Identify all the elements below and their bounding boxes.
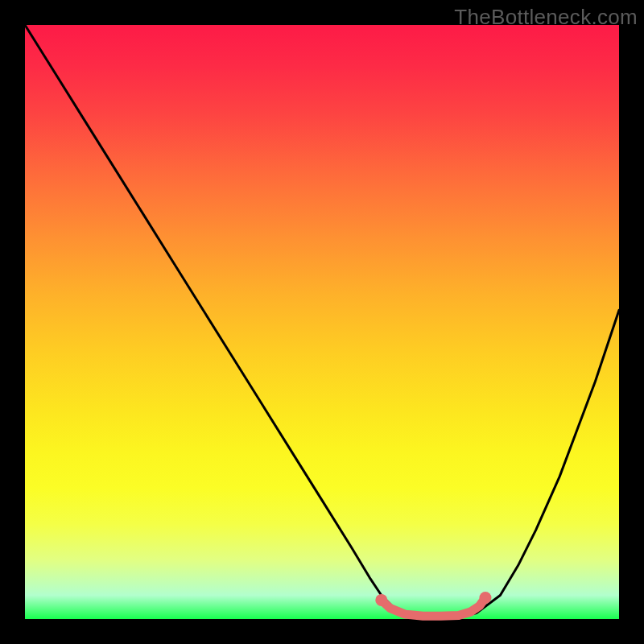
plot-area — [25, 25, 619, 619]
chart-frame: TheBottleneck.com — [0, 0, 644, 644]
